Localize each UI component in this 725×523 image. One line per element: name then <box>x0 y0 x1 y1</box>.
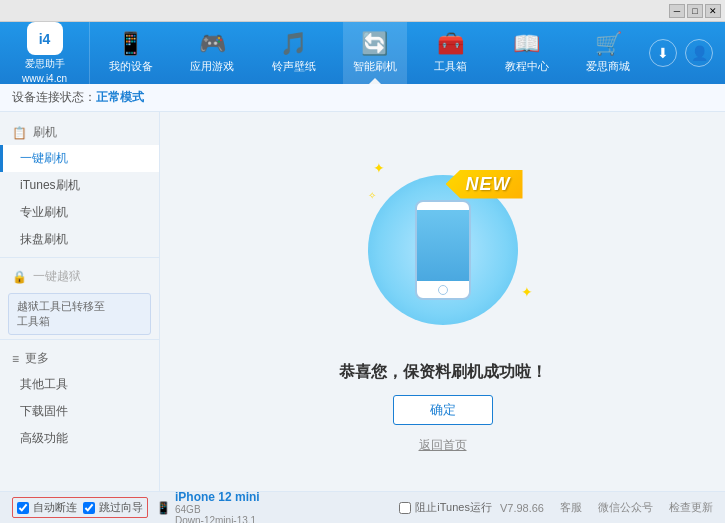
success-panel: ✦ ✦ ✧ NEW 恭喜您，保资料刷机成功啦！ 确定 返回首页 <box>339 150 547 454</box>
info-text: 越狱工具已转移至 工具箱 <box>17 300 105 327</box>
nav-smart-flash[interactable]: 🔄 智能刷机 <box>343 22 407 84</box>
sidebar-item-pro-flash[interactable]: 专业刷机 <box>0 199 159 226</box>
auto-disconnect-group[interactable]: 自动断连 <box>17 500 77 515</box>
one-click-label: 一键刷机 <box>20 151 68 165</box>
smart-flash-icon: 🔄 <box>361 33 388 55</box>
sidebar-item-advanced[interactable]: 高级功能 <box>0 425 159 452</box>
phone-body <box>415 200 471 300</box>
stop-itunes-checkbox[interactable] <box>399 502 411 514</box>
logo-subtitle: 爱思助手 <box>25 57 65 71</box>
sidebar-item-wipe-flash[interactable]: 抹盘刷机 <box>0 226 159 253</box>
nav-toolbox-label: 工具箱 <box>434 59 467 74</box>
nav-my-device[interactable]: 📱 我的设备 <box>99 22 163 84</box>
auto-disconnect-label: 自动断连 <box>33 500 77 515</box>
status-bar: 设备连接状态： 正常模式 <box>0 84 725 112</box>
skip-wizard-group[interactable]: 跳过向导 <box>83 500 143 515</box>
sidebar-section-more: ≡ 更多 <box>0 344 159 371</box>
user-button[interactable]: 👤 <box>685 39 713 67</box>
lock-icon: 🔒 <box>12 270 27 284</box>
skip-wizard-label: 跳过向导 <box>99 500 143 515</box>
footer: 自动断连 跳过向导 📱 iPhone 12 mini 64GB Down-12m… <box>0 491 725 523</box>
nav-shop[interactable]: 🛒 爱思商城 <box>576 22 640 84</box>
logo[interactable]: i4 爱思助手 www.i4.cn <box>0 22 90 84</box>
footer-right: V7.98.66 客服 微信公众号 检查更新 <box>500 500 713 515</box>
confirm-button[interactable]: 确定 <box>393 395 493 425</box>
user-icon: 👤 <box>691 45 708 61</box>
skip-wizard-checkbox[interactable] <box>83 502 95 514</box>
itunes-label: iTunes刷机 <box>20 178 80 192</box>
sidebar-divider-2 <box>0 339 159 340</box>
success-message: 恭喜您，保资料刷机成功啦！ <box>339 362 547 383</box>
main-layout: 📋 刷机 一键刷机 iTunes刷机 专业刷机 抹盘刷机 🔒 一键越狱 越狱工具… <box>0 112 725 491</box>
sidebar-item-itunes[interactable]: iTunes刷机 <box>0 172 159 199</box>
checkbox-group-highlighted: 自动断连 跳过向导 <box>12 497 148 518</box>
device-name: iPhone 12 mini <box>175 490 260 504</box>
wechat-link[interactable]: 微信公众号 <box>598 500 653 515</box>
nav-my-device-label: 我的设备 <box>109 59 153 74</box>
flash-section-icon: 📋 <box>12 126 27 140</box>
maximize-button[interactable]: □ <box>687 4 703 18</box>
nav-app-games-label: 应用游戏 <box>190 59 234 74</box>
advanced-label: 高级功能 <box>20 431 68 445</box>
check-update-link[interactable]: 检查更新 <box>669 500 713 515</box>
footer-left: 自动断连 跳过向导 📱 iPhone 12 mini 64GB Down-12m… <box>12 490 391 524</box>
footer-device-info: iPhone 12 mini 64GB Down-12mini-13,1 <box>175 490 260 524</box>
download-button[interactable]: ⬇ <box>649 39 677 67</box>
device-info-group: 📱 iPhone 12 mini 64GB Down-12mini-13,1 <box>156 490 260 524</box>
status-prefix: 设备连接状态： <box>12 89 96 106</box>
nav-ringtone[interactable]: 🎵 铃声壁纸 <box>262 22 326 84</box>
minimize-button[interactable]: ─ <box>669 4 685 18</box>
window-controls[interactable]: ─ □ ✕ <box>669 4 721 18</box>
new-badge-text: NEW <box>466 174 511 194</box>
nav-tutorial-label: 教程中心 <box>505 59 549 74</box>
nav-toolbox[interactable]: 🧰 工具箱 <box>424 22 477 84</box>
other-tools-label: 其他工具 <box>20 377 68 391</box>
sidebar-locked-section: 🔒 一键越狱 <box>0 262 159 289</box>
sidebar-item-other-tools[interactable]: 其他工具 <box>0 371 159 398</box>
ringtone-icon: 🎵 <box>280 33 307 55</box>
new-badge: NEW <box>446 170 523 199</box>
device-icon: 📱 <box>156 501 171 515</box>
logo-url: www.i4.cn <box>22 73 67 84</box>
download-icon: ⬇ <box>657 45 669 61</box>
sidebar-info-box: 越狱工具已转移至 工具箱 <box>8 293 151 335</box>
sidebar: 📋 刷机 一键刷机 iTunes刷机 专业刷机 抹盘刷机 🔒 一键越狱 越狱工具… <box>0 112 160 491</box>
stop-itunes-group: 阻止iTunes运行 <box>399 500 492 515</box>
nav-shop-label: 爱思商城 <box>586 59 630 74</box>
toolbox-icon: 🧰 <box>437 33 464 55</box>
more-section-label: 更多 <box>25 350 49 367</box>
nav-tutorial[interactable]: 📖 教程中心 <box>495 22 559 84</box>
status-value: 正常模式 <box>96 89 144 106</box>
content-area: ✦ ✦ ✧ NEW 恭喜您，保资料刷机成功啦！ 确定 返回首页 <box>160 112 725 491</box>
wipe-flash-label: 抹盘刷机 <box>20 232 68 246</box>
sparkle-3: ✧ <box>368 190 376 201</box>
device-storage: 64GB <box>175 504 260 515</box>
header-right: ⬇ 👤 <box>649 39 725 67</box>
more-section-icon: ≡ <box>12 352 19 366</box>
nav-ringtone-label: 铃声壁纸 <box>272 59 316 74</box>
phone-home-btn <box>438 285 448 295</box>
sidebar-item-one-click[interactable]: 一键刷机 <box>0 145 159 172</box>
shop-icon: 🛒 <box>595 33 622 55</box>
sparkle-2: ✦ <box>521 284 533 300</box>
phone-illustration: ✦ ✦ ✧ NEW <box>363 150 523 350</box>
logo-text-icon: i4 <box>39 31 51 47</box>
service-link[interactable]: 客服 <box>560 500 582 515</box>
go-home-link[interactable]: 返回首页 <box>419 437 467 454</box>
stop-itunes-label: 阻止iTunes运行 <box>415 500 492 515</box>
nav-smart-flash-label: 智能刷机 <box>353 59 397 74</box>
my-device-icon: 📱 <box>117 33 144 55</box>
auto-disconnect-checkbox[interactable] <box>17 502 29 514</box>
tutorial-icon: 📖 <box>513 33 540 55</box>
download-fw-label: 下载固件 <box>20 404 68 418</box>
nav-bar: 📱 我的设备 🎮 应用游戏 🎵 铃声壁纸 🔄 智能刷机 🧰 工具箱 📖 教程中心… <box>90 22 649 84</box>
locked-label: 一键越狱 <box>33 268 81 285</box>
nav-app-games[interactable]: 🎮 应用游戏 <box>180 22 244 84</box>
flash-section-label: 刷机 <box>33 124 57 141</box>
sparkle-1: ✦ <box>373 160 385 176</box>
logo-icon: i4 <box>27 22 63 55</box>
close-button[interactable]: ✕ <box>705 4 721 18</box>
title-bar: ─ □ ✕ <box>0 0 725 22</box>
sidebar-item-download-fw[interactable]: 下载固件 <box>0 398 159 425</box>
phone-screen <box>417 210 469 281</box>
